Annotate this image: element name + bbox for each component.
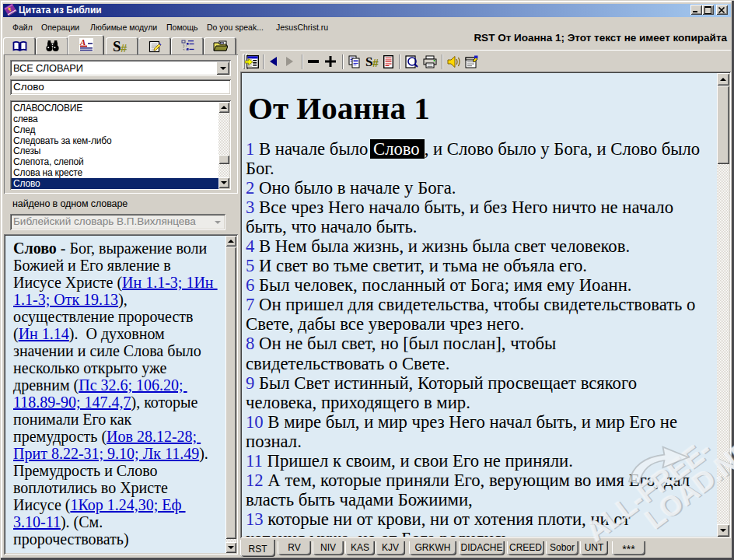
svg-text:#: # bbox=[121, 41, 128, 53]
svg-text:A: A bbox=[79, 38, 86, 47]
svg-text:#: # bbox=[372, 57, 379, 68]
svg-text:S: S bbox=[113, 39, 121, 53]
